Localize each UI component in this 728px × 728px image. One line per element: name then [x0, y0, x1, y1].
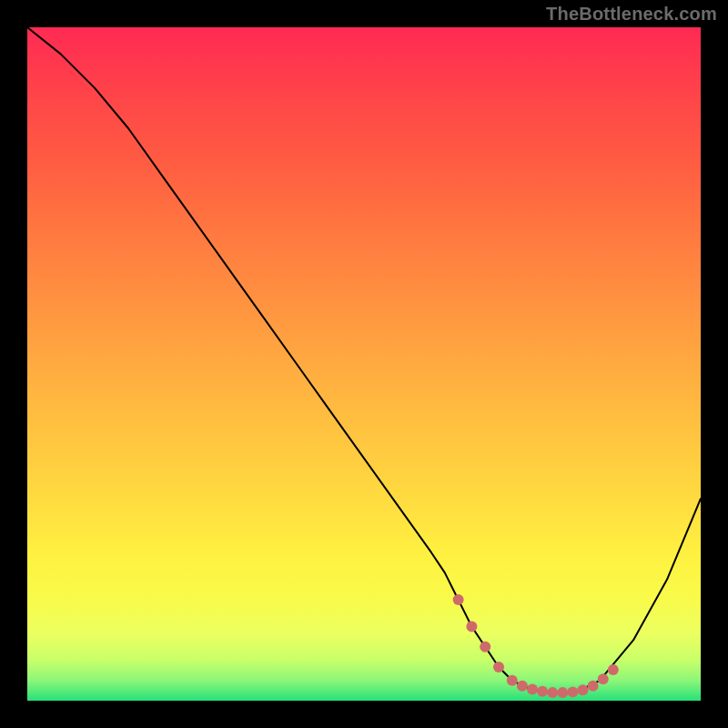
optimal-dot [527, 683, 538, 694]
optimal-dot [453, 594, 464, 605]
optimal-dot [517, 681, 528, 692]
chart-svg [27, 27, 701, 701]
optimal-dot [578, 684, 589, 695]
optimal-dot [608, 664, 619, 675]
optimal-dot [537, 686, 548, 697]
optimal-dot [588, 681, 599, 692]
optimal-dot [547, 687, 558, 698]
plot-area [27, 27, 701, 701]
chart-stage: TheBottleneck.com [0, 0, 728, 728]
optimal-dot [557, 687, 568, 698]
watermark-text: TheBottleneck.com [546, 4, 717, 25]
optimal-dot [598, 673, 609, 684]
optimal-dot [480, 642, 490, 652]
optimal-dot [507, 675, 518, 686]
optimal-dot [493, 662, 504, 672]
optimal-dot [567, 686, 578, 697]
optimal-dot [466, 622, 477, 632]
